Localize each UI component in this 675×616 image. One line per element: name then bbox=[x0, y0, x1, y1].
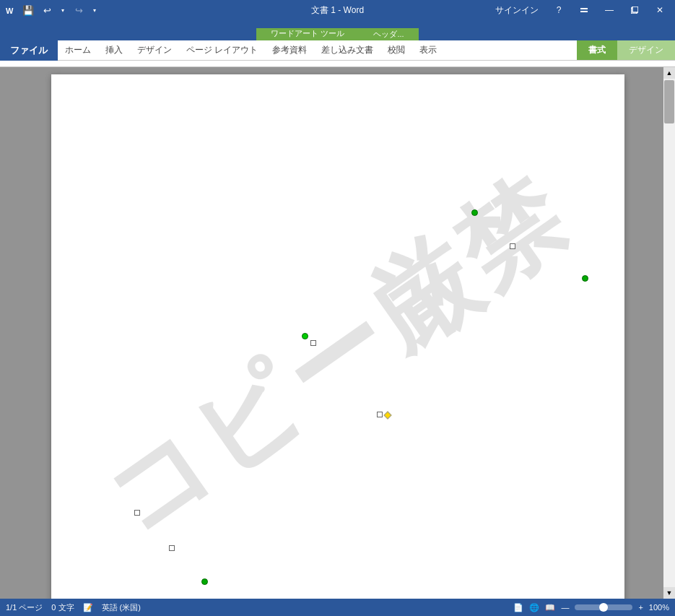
svg-rect-2 bbox=[580, 8, 588, 9]
view-read-icon[interactable]: 📖 bbox=[545, 603, 555, 612]
tab-page-layout[interactable]: ページ レイアウト bbox=[179, 40, 265, 60]
ribbon-commands bbox=[0, 61, 675, 67]
document-area: コピー厳禁 ▲ ▼ bbox=[0, 67, 675, 599]
language-info[interactable]: 英語 (米国) bbox=[102, 602, 141, 613]
tab-home[interactable]: ホーム bbox=[58, 40, 98, 60]
view-print-icon[interactable]: 📄 bbox=[513, 603, 523, 612]
tab-design[interactable]: デザイン bbox=[130, 40, 179, 60]
help-button[interactable]: ? bbox=[546, 0, 571, 20]
tab-mailings[interactable]: 差し込み文書 bbox=[314, 40, 380, 60]
contextual-tabs-row: ワードアート ツール ヘッダ... bbox=[0, 20, 675, 40]
wordart-container[interactable]: コピー厳禁 bbox=[95, 132, 585, 565]
word-icon: W bbox=[3, 3, 17, 17]
undo-button[interactable]: ↩ bbox=[39, 2, 55, 18]
redo-button[interactable]: ↪ bbox=[71, 2, 87, 18]
tab-references[interactable]: 参考資料 bbox=[265, 40, 314, 60]
tab-view[interactable]: 表示 bbox=[412, 40, 444, 60]
title-bar-left: W 💾 ↩ ▾ ↪ ▾ bbox=[3, 2, 100, 18]
handle-rotate[interactable] bbox=[471, 209, 478, 216]
zoom-slider[interactable] bbox=[575, 604, 632, 610]
handle-sq-diamond[interactable] bbox=[377, 412, 383, 417]
wordart-tools-header[interactable]: ワードアート ツール bbox=[256, 28, 359, 40]
spell-check-icon[interactable]: 📝 bbox=[83, 603, 93, 612]
svg-rect-5 bbox=[632, 6, 638, 12]
qat-more-button[interactable]: ▾ bbox=[90, 2, 100, 18]
status-right: 📄 🌐 📖 — + 100% bbox=[513, 603, 669, 612]
title-bar: W 💾 ↩ ▾ ↪ ▾ 文書 1 - Word サインイン ? — ✕ bbox=[0, 0, 675, 20]
handle-green-mid[interactable] bbox=[302, 333, 308, 339]
handle-circle-right[interactable] bbox=[582, 275, 588, 282]
zoom-slider-thumb[interactable] bbox=[599, 603, 608, 612]
tab-wordart-format[interactable]: 書式 bbox=[577, 40, 617, 60]
scrollbar-vertical[interactable]: ▲ ▼ bbox=[663, 67, 675, 599]
handle-sq-bl2[interactable] bbox=[169, 545, 175, 551]
tab-file[interactable]: ファイル bbox=[0, 40, 58, 61]
scroll-thumb[interactable] bbox=[664, 80, 674, 123]
handle-circle-bottom[interactable] bbox=[201, 578, 208, 585]
svg-text:W: W bbox=[6, 6, 14, 15]
tab-insert[interactable]: 挿入 bbox=[98, 40, 130, 60]
scroll-down-button[interactable]: ▼ bbox=[663, 587, 675, 599]
view-web-icon[interactable]: 🌐 bbox=[529, 603, 539, 612]
title-text: 文書 1 - Word bbox=[311, 4, 364, 17]
undo-dropdown[interactable]: ▾ bbox=[58, 2, 68, 18]
handle-yellow-diamond[interactable] bbox=[383, 411, 391, 419]
svg-text:コピー厳禁: コピー厳禁 bbox=[95, 155, 585, 557]
tab-review[interactable]: 校閲 bbox=[380, 40, 412, 60]
ribbon-tab-row: ファイル ホーム 挿入 デザイン ページ レイアウト 参考資料 差し込み文書 校… bbox=[0, 40, 675, 61]
tab-header-design[interactable]: デザイン bbox=[617, 40, 675, 60]
signin-button[interactable]: サインイン bbox=[488, 4, 546, 17]
zoom-level[interactable]: 100% bbox=[649, 603, 669, 612]
word-count: 0 文字 bbox=[51, 602, 74, 613]
handle-sq-bl1[interactable] bbox=[134, 510, 140, 516]
document-page: コピー厳禁 bbox=[51, 74, 624, 599]
restore-button[interactable] bbox=[622, 0, 647, 20]
page-info: 1/1 ページ bbox=[6, 602, 43, 613]
status-bar: 1/1 ページ 0 文字 📝 英語 (米国) 📄 🌐 📖 — + 100% bbox=[0, 599, 675, 616]
scroll-up-button[interactable]: ▲ bbox=[663, 67, 675, 79]
close-button[interactable]: ✕ bbox=[648, 0, 672, 20]
handle-corner-tr[interactable] bbox=[510, 243, 515, 249]
ribbon-toggle-button[interactable] bbox=[572, 0, 596, 20]
save-button[interactable]: 💾 bbox=[20, 2, 36, 18]
title-bar-right: サインイン ? — ✕ bbox=[488, 0, 672, 20]
minimize-button[interactable]: — bbox=[597, 0, 622, 20]
svg-rect-3 bbox=[580, 11, 588, 12]
zoom-plus-button[interactable]: + bbox=[638, 603, 643, 612]
handle-sq-mid[interactable] bbox=[310, 340, 316, 346]
header-tools-header[interactable]: ヘッダ... bbox=[359, 28, 418, 40]
zoom-minus-button[interactable]: — bbox=[561, 603, 569, 612]
